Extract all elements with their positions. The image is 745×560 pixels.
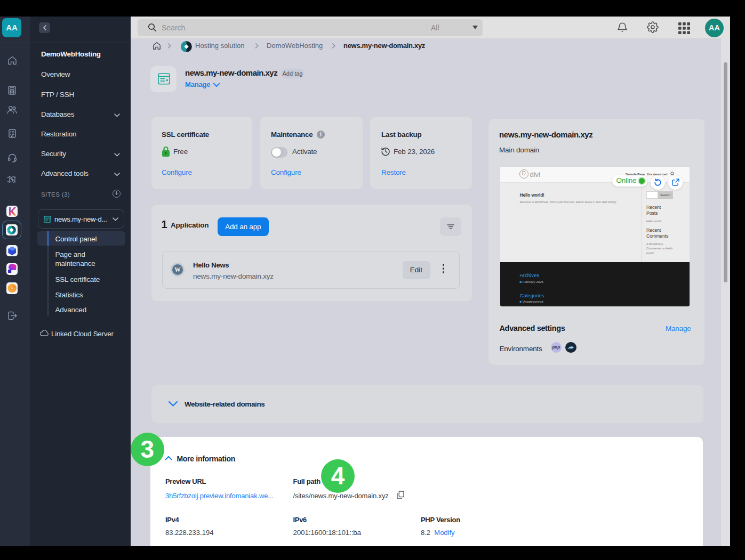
svg-text:W: W [174,266,181,273]
